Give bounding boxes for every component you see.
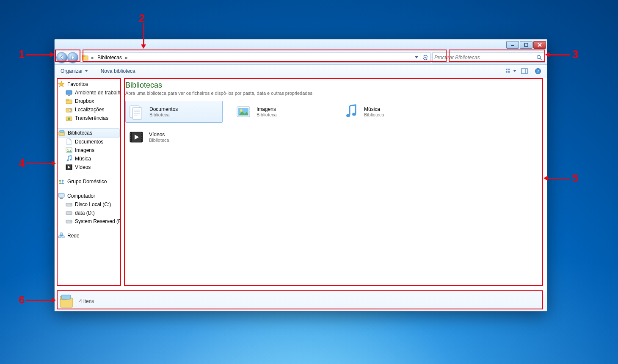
nav-item-disk-c[interactable]: Disco Local (C:)	[58, 200, 120, 209]
nav-item-label: Transferências	[75, 115, 108, 121]
videos-icon	[128, 129, 145, 146]
svg-rect-38	[60, 198, 63, 199]
libraries-icon	[80, 53, 90, 62]
navigation-pane: Favoritos Ambiente de trabalh Dropbox Lo…	[55, 77, 120, 291]
library-name: Música	[364, 106, 384, 112]
drive-icon	[66, 218, 72, 225]
svg-rect-17	[68, 95, 70, 96]
explorer-window: ▸ Bibliotecas ▸ Organizar Nova bibliotec…	[54, 39, 547, 312]
command-bar: Organizar Nova biblioteca ?	[55, 65, 547, 77]
nav-item-documents[interactable]: Documentos	[58, 138, 120, 146]
nav-item-label: Dropbox	[75, 98, 94, 104]
library-item-pictures[interactable]: Imagens Biblioteca	[233, 101, 330, 123]
forward-button[interactable]	[67, 52, 78, 63]
breadcrumb-separator[interactable]: ▸	[124, 55, 130, 61]
close-button[interactable]	[533, 41, 546, 49]
svg-rect-67	[130, 136, 131, 137]
library-item-text: Música Biblioteca	[364, 106, 384, 117]
help-button[interactable]: ?	[532, 66, 544, 76]
view-options-button[interactable]	[505, 66, 516, 76]
new-library-label: Nova biblioteca	[101, 68, 135, 74]
svg-point-36	[62, 180, 64, 182]
body: Favoritos Ambiente de trabalh Dropbox Lo…	[55, 77, 547, 291]
library-kind: Biblioteca	[364, 112, 384, 117]
svg-rect-70	[141, 133, 142, 134]
svg-line-7	[540, 58, 542, 60]
annotation-line-4	[26, 163, 53, 164]
homegroup-icon	[58, 178, 65, 185]
nav-item-disk-d[interactable]: data (D:)	[58, 209, 120, 217]
nav-group-network: Rede	[58, 232, 120, 240]
nav-item-desktop[interactable]: Ambiente de trabalh	[58, 88, 120, 97]
star-icon	[58, 81, 65, 88]
library-name: Imagens	[257, 106, 277, 112]
svg-point-40	[71, 204, 72, 205]
svg-rect-33	[66, 165, 67, 170]
libraries-icon	[58, 130, 65, 136]
search-input[interactable]	[434, 55, 535, 61]
nav-item-music[interactable]: Música	[58, 154, 120, 163]
nav-group-libraries: Bibliotecas Documentos Imagens Música Ví…	[58, 128, 120, 171]
breadcrumb-libraries[interactable]: Bibliotecas	[96, 55, 124, 61]
nav-item-label: Disco Local (C:)	[75, 201, 111, 207]
minimize-button[interactable]	[506, 41, 519, 49]
nav-item-locations[interactable]: Localizações	[58, 105, 120, 114]
back-button[interactable]	[56, 52, 67, 63]
library-name: Documentos	[149, 106, 178, 112]
annotation-label-5: 5	[572, 171, 578, 185]
page-title: Bibliotecas	[125, 81, 542, 90]
chevron-down-icon[interactable]	[415, 56, 418, 58]
drive-icon	[66, 201, 72, 208]
library-item-text: Documentos Biblioteca	[149, 106, 178, 117]
desktop-icon	[66, 89, 72, 96]
nav-item-disk-f[interactable]: System Reserved (F:)	[58, 217, 120, 226]
search-box[interactable]	[432, 52, 545, 63]
preview-pane-button[interactable]	[519, 66, 530, 76]
nav-arrows	[56, 52, 78, 63]
library-item-videos[interactable]: Vídeos Biblioteca	[125, 126, 223, 148]
nav-libraries[interactable]: Bibliotecas	[57, 128, 120, 138]
new-library-button[interactable]: Nova biblioteca	[98, 66, 138, 76]
address-bar[interactable]: ▸ Bibliotecas ▸	[80, 52, 430, 63]
refresh-button[interactable]	[420, 53, 430, 62]
nav-item-videos[interactable]: Vídeos	[58, 163, 120, 171]
address-bar-end	[413, 53, 420, 62]
svg-rect-16	[66, 91, 72, 94]
library-item-music[interactable]: Música Biblioteca	[340, 101, 438, 123]
svg-point-61	[352, 113, 356, 116]
search-icon[interactable]	[535, 55, 543, 61]
library-name: Vídeos	[149, 132, 169, 138]
nav-item-pictures[interactable]: Imagens	[58, 146, 120, 154]
svg-rect-71	[141, 135, 142, 135]
nav-computer-label: Computador	[67, 193, 95, 199]
svg-point-28	[67, 149, 69, 150]
svg-rect-1	[524, 43, 528, 47]
details-icon	[59, 294, 74, 309]
nav-computer[interactable]: Computador	[58, 192, 120, 200]
nav-favorites[interactable]: Favoritos	[58, 80, 120, 88]
nav-homegroup-label: Grupo Doméstico	[67, 179, 107, 185]
nav-item-downloads[interactable]: Transferências	[58, 114, 120, 122]
svg-rect-26	[60, 130, 64, 132]
picture-icon	[66, 147, 72, 154]
library-kind: Biblioteca	[149, 138, 169, 143]
annotation-label-3: 3	[572, 48, 578, 61]
svg-rect-46	[62, 236, 64, 238]
nav-item-label: Imagens	[75, 147, 94, 153]
svg-rect-8	[506, 69, 508, 70]
nav-group-homegroup: Grupo Doméstico	[58, 177, 120, 186]
nav-network-label: Rede	[67, 233, 80, 239]
nav-libraries-label: Bibliotecas	[68, 130, 92, 136]
organize-menu[interactable]: Organizar	[58, 66, 91, 76]
video-icon	[66, 164, 72, 171]
nav-item-label: System Reserved (F:)	[75, 218, 120, 224]
maximize-button[interactable]	[520, 41, 532, 49]
command-bar-right: ?	[505, 66, 544, 76]
nav-homegroup[interactable]: Grupo Doméstico	[58, 177, 120, 186]
nav-item-dropbox[interactable]: Dropbox	[58, 97, 120, 105]
nav-network[interactable]: Rede	[58, 232, 120, 240]
library-item-documents[interactable]: Documentos Biblioteca	[125, 101, 223, 123]
music-icon	[66, 155, 72, 162]
annotation-line-3	[548, 54, 570, 55]
breadcrumb-separator[interactable]: ▸	[90, 55, 96, 61]
